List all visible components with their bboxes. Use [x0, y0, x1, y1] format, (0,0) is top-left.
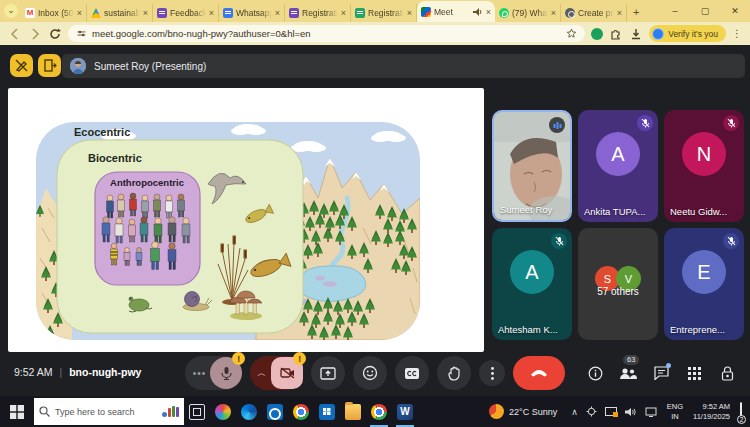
- notification-count-badge: 2: [737, 415, 746, 424]
- outlook-button[interactable]: [262, 396, 288, 427]
- edge-button[interactable]: [236, 396, 262, 427]
- browser-menu-icon[interactable]: ⋮: [732, 28, 742, 39]
- tab-close-icon[interactable]: ×: [407, 8, 412, 18]
- file-explorer-button[interactable]: [340, 396, 366, 427]
- taskbar-clock[interactable]: 9:52 AM 11/19/2025: [693, 402, 730, 421]
- word-icon: W: [397, 404, 413, 420]
- camera-options-icon[interactable]: ︿: [257, 367, 266, 380]
- forward-icon[interactable]: [28, 27, 42, 41]
- site-settings-icon[interactable]: [76, 28, 87, 39]
- tab-search-icon[interactable]: ⌄: [4, 4, 18, 18]
- host-controls-button[interactable]: [718, 364, 736, 382]
- meeting-details-button[interactable]: [586, 364, 604, 382]
- browser-tab-feedback[interactable]: Feedback ×: [153, 4, 219, 22]
- store-button[interactable]: [314, 396, 340, 427]
- browser-tab-whatsapp-doc[interactable]: Whatsapp ×: [219, 4, 285, 22]
- annotate-disabled-button[interactable]: [10, 54, 33, 77]
- url-text: meet.google.com/bno-nugh-pwy?authuser=0&…: [92, 28, 311, 39]
- window-controls: – ▢ ✕: [660, 0, 750, 22]
- word-button[interactable]: W: [392, 396, 418, 427]
- browser-tab-sustainab[interactable]: sustainab ×: [87, 4, 153, 22]
- download-icon[interactable]: [629, 27, 643, 41]
- task-view-button[interactable]: [184, 396, 210, 427]
- browser-tab-create[interactable]: Create pr ×: [561, 4, 627, 22]
- weather-widget[interactable]: 22°C Sunny: [489, 404, 557, 419]
- action-center-button[interactable]: 2: [740, 403, 742, 421]
- tab-close-icon[interactable]: ×: [551, 8, 556, 18]
- chrome-active-button[interactable]: [366, 396, 392, 427]
- others-tile[interactable]: S V 57 others: [578, 228, 658, 340]
- browser-tab-registration-sheet[interactable]: Registrati ×: [351, 4, 417, 22]
- mic-warning-badge: !: [232, 352, 245, 365]
- back-icon[interactable]: [8, 27, 22, 41]
- participant-tile-ahtesham[interactable]: A Ahtesham K...: [492, 228, 572, 340]
- tray-display-icon[interactable]: [605, 407, 617, 416]
- people-button[interactable]: 63: [619, 364, 637, 382]
- chrome-pinned-button[interactable]: [288, 396, 314, 427]
- browser-tab-inbox[interactable]: M Inbox (50 ×: [21, 4, 87, 22]
- participant-tile-neetu[interactable]: N Neetu Gidw...: [664, 110, 744, 222]
- extension-icon-green[interactable]: [591, 28, 603, 40]
- captions-icon: [404, 367, 420, 380]
- activities-button[interactable]: [685, 364, 703, 382]
- avatar: A: [510, 250, 554, 294]
- verify-profile-chip[interactable]: Verify it's you: [649, 25, 726, 42]
- mic-options-icon[interactable]: •••: [193, 368, 207, 379]
- close-button[interactable]: ✕: [720, 0, 750, 22]
- people-count-badge: 63: [623, 355, 639, 365]
- browser-tab-meet-active[interactable]: Meet ×: [417, 1, 495, 22]
- gmail-icon: M: [25, 8, 35, 18]
- tray-speaker-icon[interactable]: [625, 407, 637, 417]
- bookmark-star-icon[interactable]: [566, 28, 577, 39]
- mic-button-group[interactable]: ••• !: [185, 356, 243, 390]
- copilot-button[interactable]: [210, 396, 236, 427]
- screen: ⌄ M Inbox (50 × sustainab × Feedback × W…: [0, 0, 750, 427]
- participant-tile-sumeet[interactable]: Sumeet Roy: [492, 110, 572, 222]
- tab-close-icon[interactable]: ×: [617, 8, 622, 18]
- chat-button[interactable]: [652, 364, 670, 382]
- task-view-icon: [189, 404, 205, 420]
- participant-tile-entreprene[interactable]: E Entreprene...: [664, 228, 744, 340]
- reactions-button[interactable]: [353, 356, 387, 390]
- tab-close-icon[interactable]: ×: [77, 8, 82, 18]
- address-bar[interactable]: meet.google.com/bno-nugh-pwy?authuser=0&…: [68, 25, 585, 42]
- exit-room-button[interactable]: [38, 54, 61, 77]
- chrome-icon: [293, 404, 309, 420]
- start-button[interactable]: [0, 396, 34, 427]
- present-button[interactable]: [311, 356, 345, 390]
- more-options-button[interactable]: [479, 360, 505, 386]
- new-tab-button[interactable]: +: [633, 6, 639, 18]
- reload-icon[interactable]: [48, 27, 62, 41]
- tab-close-icon[interactable]: ×: [486, 7, 491, 17]
- label-anthropocentric: Anthropocentric: [110, 177, 184, 188]
- presented-slide: Ecocentric Biocentric Anthropocentric: [8, 88, 484, 352]
- browser-tab-whatsapp-web[interactable]: (79) What ×: [495, 4, 561, 22]
- tab-close-icon[interactable]: ×: [143, 8, 148, 18]
- mic-off-icon: [723, 115, 739, 131]
- tab-audio-icon[interactable]: [473, 8, 483, 16]
- browser-tab-registration-form[interactable]: Registrati ×: [285, 4, 351, 22]
- avatar: N: [682, 132, 726, 176]
- tray-network-icon[interactable]: [645, 407, 657, 417]
- language-indicator[interactable]: ENG IN: [667, 402, 683, 421]
- end-call-button[interactable]: [513, 356, 565, 390]
- windows-taskbar: Type here to search W 22°C Sunny ∧: [0, 396, 750, 427]
- tab-close-icon[interactable]: ×: [209, 8, 214, 18]
- search-doodle: [162, 406, 179, 417]
- participant-tile-ankita[interactable]: A Ankita TUPA...: [578, 110, 658, 222]
- info-icon: [588, 366, 603, 381]
- minimize-button[interactable]: –: [660, 0, 690, 22]
- tab-close-icon[interactable]: ×: [275, 8, 280, 18]
- audio-level-icon: [549, 117, 565, 133]
- search-icon: [39, 406, 50, 417]
- maximize-button[interactable]: ▢: [690, 0, 720, 22]
- captions-button[interactable]: [395, 356, 429, 390]
- tray-device-icon[interactable]: [586, 406, 597, 417]
- extensions-puzzle-icon[interactable]: [609, 27, 623, 41]
- tab-close-icon[interactable]: ×: [341, 8, 346, 18]
- camera-button-group[interactable]: ︿ !: [250, 356, 303, 390]
- edge-icon: [241, 404, 257, 420]
- raise-hand-button[interactable]: [437, 356, 471, 390]
- tray-chevron-icon[interactable]: ∧: [571, 407, 578, 417]
- taskbar-search[interactable]: Type here to search: [34, 398, 184, 425]
